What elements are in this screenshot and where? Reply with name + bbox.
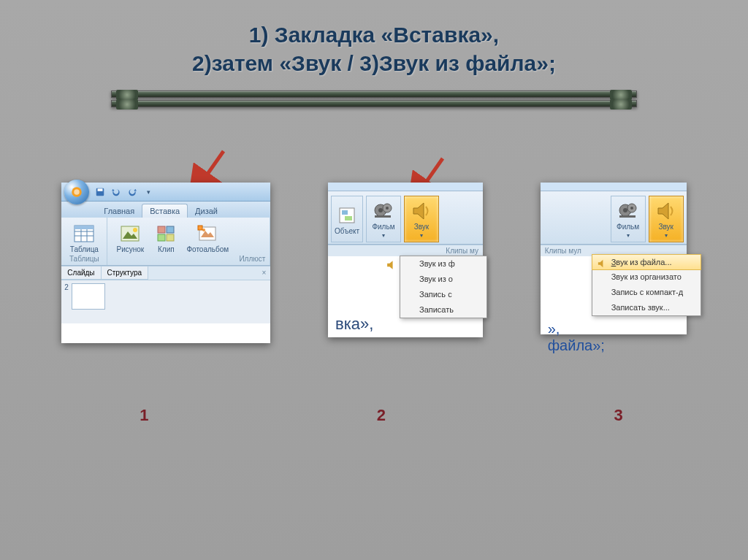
clip-button[interactable]: Клип [151, 220, 180, 253]
movie-button[interactable]: Фильм ▾ [611, 196, 646, 242]
svg-point-31 [386, 207, 389, 210]
slide-content-text: », файла»; [541, 313, 687, 361]
menu-record-cd[interactable]: Запись с [400, 287, 486, 302]
screenshot-panel-1: ▾ Главная Вставка Дизай Таблица Таблицы [61, 183, 270, 343]
decorative-divider [111, 91, 637, 110]
movie-button[interactable]: Фильм ▾ [366, 196, 401, 242]
step-numbers: 1 2 3 [0, 406, 748, 425]
svg-rect-13 [75, 226, 94, 229]
sound-dropdown-menu: ЗЗвук из файла...вук из файла... Звук из… [592, 254, 701, 316]
slide-number: 2 [64, 283, 69, 291]
svg-rect-39 [619, 215, 636, 218]
menu-record-sound[interactable]: Записать [400, 302, 486, 318]
svg-marker-33 [413, 203, 424, 219]
navtab-slides[interactable]: Слайды [61, 266, 101, 280]
film-icon [372, 199, 395, 223]
tab-home[interactable]: Главная [96, 204, 142, 218]
svg-point-38 [630, 207, 633, 210]
menu-sound-from-organizer[interactable]: Звук из организато [592, 269, 701, 285]
sound-button[interactable]: Звук ▾ [649, 196, 684, 242]
table-button[interactable]: Таблица [64, 220, 104, 253]
qat-dropdown-icon[interactable]: ▾ [142, 185, 155, 199]
ribbon-group-label: Клипы му [328, 245, 483, 256]
navtab-outline[interactable]: Структура [102, 266, 148, 280]
film-icon [617, 199, 640, 223]
ribbon-area: Таблица Таблицы Рисунок [61, 218, 270, 266]
screenshot-panel-3: Фильм ▾ Звук ▾ Клипы мул ЗЗвук из файла.… [541, 183, 687, 334]
svg-rect-18 [167, 226, 174, 233]
svg-rect-7 [98, 188, 103, 191]
table-icon [72, 222, 96, 245]
svg-marker-40 [658, 203, 668, 219]
step-3-label: 3 [546, 406, 692, 425]
svg-point-5 [75, 189, 80, 195]
sound-button[interactable]: Звук ▾ [404, 196, 439, 242]
speaker-icon [654, 199, 678, 223]
navtab-close-icon[interactable]: × [148, 266, 270, 280]
speaker-icon [410, 199, 433, 223]
slide-title: 1) Закладка «Вставка», 2)затем «Звук / 3… [0, 0, 748, 77]
window-titlebar: ▾ [61, 183, 270, 202]
svg-marker-41 [598, 260, 603, 267]
picture-button[interactable]: Рисунок [110, 220, 150, 253]
menu-record-sound[interactable]: Записать звук... [592, 300, 701, 315]
ribbon-tabs: Главная Вставка Дизай [61, 202, 270, 218]
speaker-icon [597, 258, 607, 270]
svg-rect-27 [345, 216, 352, 220]
svg-rect-17 [158, 226, 165, 233]
sound-dropdown-menu: Звук из ф Звук из о Запись с Записать [400, 256, 487, 318]
chevron-down-icon: ▾ [665, 232, 668, 239]
speaker-icon [386, 259, 397, 272]
ribbon-group-label: Таблицы [61, 253, 107, 265]
svg-rect-20 [167, 234, 174, 241]
chevron-down-icon: ▾ [420, 232, 423, 239]
slide-thumbnail[interactable] [72, 283, 105, 310]
svg-point-30 [378, 208, 383, 212]
undo-icon[interactable] [110, 185, 123, 199]
svg-point-16 [133, 228, 137, 232]
svg-point-37 [623, 208, 627, 212]
svg-rect-24 [198, 226, 202, 230]
chevron-down-icon: ▾ [382, 232, 385, 239]
ribbon-group-label: Иллюст [107, 253, 270, 265]
object-button[interactable]: Объект [331, 196, 363, 242]
office-button[interactable] [64, 180, 89, 204]
chevron-down-icon: ▾ [627, 232, 630, 239]
tab-insert[interactable]: Вставка [142, 204, 188, 218]
svg-point-23 [202, 229, 205, 231]
svg-marker-34 [387, 261, 392, 269]
slide-nav-pane: 2 [61, 280, 270, 323]
step-1-label: 1 [71, 406, 217, 425]
screenshot-panel-2: Объект Фильм ▾ Звук ▾ Клипы му [328, 183, 483, 337]
svg-rect-26 [342, 210, 348, 215]
svg-rect-32 [375, 215, 391, 218]
menu-sound-from-file[interactable]: Звук из ф [400, 256, 486, 272]
clip-icon [154, 222, 178, 245]
menu-sound-from-organizer[interactable]: Звук из о [400, 272, 486, 287]
redo-icon[interactable] [126, 185, 139, 199]
tab-design[interactable]: Дизай [188, 204, 225, 218]
picture-icon [118, 222, 142, 245]
object-icon [335, 204, 359, 227]
menu-sound-from-file[interactable]: ЗЗвук из файла...вук из файла... [592, 254, 701, 270]
photoalbum-icon [196, 222, 219, 245]
menu-record-cd[interactable]: Запись с компакт-д [592, 285, 701, 300]
save-icon[interactable] [94, 185, 107, 199]
svg-rect-19 [158, 234, 165, 241]
photoalbum-button[interactable]: Фотоальбом [182, 220, 233, 253]
step-2-label: 2 [308, 406, 454, 425]
